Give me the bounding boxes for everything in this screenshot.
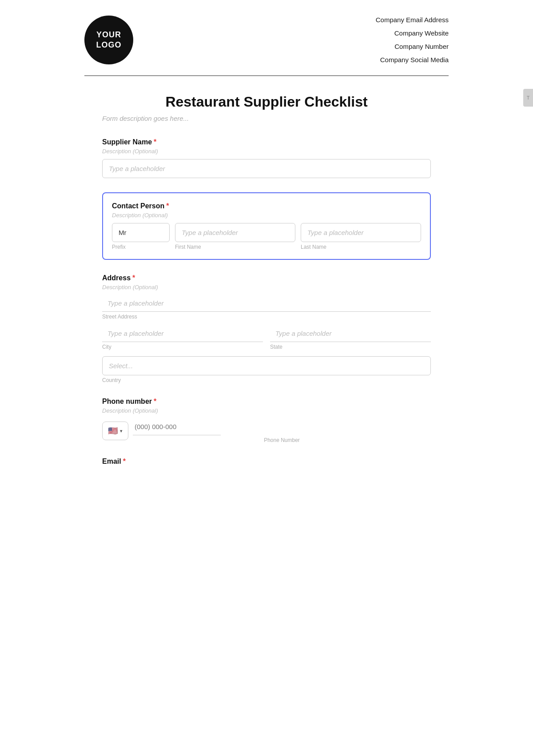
phone-number-input[interactable] — [133, 418, 221, 435]
street-address-label: Street Address — [102, 314, 431, 320]
phone-row: 🇺🇸 ▾ Phone Number — [102, 418, 431, 443]
company-logo: YOUR LOGO — [84, 16, 133, 64]
state-label: State — [270, 344, 431, 350]
contact-prefix-label: Prefix — [112, 244, 170, 250]
city-state-row: City State — [102, 325, 431, 350]
country-label: Country — [102, 377, 431, 383]
country-flag-button[interactable]: 🇺🇸 ▾ — [102, 422, 128, 440]
chevron-down-icon: ▾ — [120, 428, 123, 434]
supplier-name-section: Supplier Name * Description (Optional) T… — [102, 138, 431, 178]
phone-required: * — [154, 398, 156, 406]
supplier-name-desc: Description (Optional) — [102, 148, 431, 155]
phone-section: Phone number * Description (Optional) 🇺🇸… — [102, 398, 431, 443]
phone-label: Phone number * — [102, 398, 431, 406]
contact-person-required: * — [166, 202, 169, 210]
company-number-label: Company Number — [376, 40, 449, 53]
city-field: City — [102, 325, 263, 350]
contact-person-row: Prefix First Name Last Name — [112, 223, 421, 250]
company-website-label: Company Website — [376, 27, 449, 40]
email-label: Email * — [102, 458, 431, 466]
company-email-label: Company Email Address — [376, 13, 449, 27]
contact-firstname-field: First Name — [175, 223, 295, 250]
form-description: Form description goes here... — [102, 115, 431, 122]
supplier-name-required: * — [154, 138, 156, 146]
page-header: YOUR LOGO Company Email Address Company … — [67, 0, 466, 76]
state-field: State — [270, 325, 431, 350]
form-container: Restaurant Supplier Checklist Form descr… — [67, 76, 466, 506]
contact-firstname-input[interactable] — [175, 223, 295, 242]
contact-person-section: Contact Person * Description (Optional) … — [102, 192, 431, 260]
city-input[interactable] — [102, 325, 263, 342]
contact-firstname-label: First Name — [175, 244, 295, 250]
email-required: * — [123, 458, 126, 466]
address-label: Address * — [102, 274, 431, 282]
contact-person-desc: Description (Optional) — [112, 212, 421, 219]
city-label: City — [102, 344, 263, 350]
address-required: * — [132, 274, 135, 282]
email-section: Email * — [102, 458, 431, 466]
flag-icon: 🇺🇸 — [108, 426, 118, 436]
contact-prefix-input[interactable] — [112, 223, 170, 242]
form-title: Restaurant Supplier Checklist — [102, 94, 431, 110]
contact-prefix-field: Prefix — [112, 223, 170, 250]
contact-person-label: Contact Person * — [112, 202, 421, 210]
contact-lastname-field: Last Name — [301, 223, 421, 250]
supplier-name-input-display[interactable]: Type a placeholder — [102, 159, 431, 178]
country-input[interactable] — [102, 356, 431, 375]
street-address-input[interactable] — [102, 295, 431, 312]
company-social-label: Company Social Media — [376, 53, 449, 67]
contact-lastname-input[interactable] — [301, 223, 421, 242]
address-section: Address * Description (Optional) Street … — [102, 274, 431, 383]
state-input[interactable] — [270, 325, 431, 342]
address-desc: Description (Optional) — [102, 284, 431, 290]
phone-desc: Description (Optional) — [102, 407, 431, 414]
supplier-name-label: Supplier Name * — [102, 138, 431, 146]
phone-number-label: Phone Number — [133, 437, 431, 443]
company-info: Company Email Address Company Website Co… — [376, 13, 449, 67]
contact-lastname-label: Last Name — [301, 244, 421, 250]
country-field: Country — [102, 356, 431, 383]
